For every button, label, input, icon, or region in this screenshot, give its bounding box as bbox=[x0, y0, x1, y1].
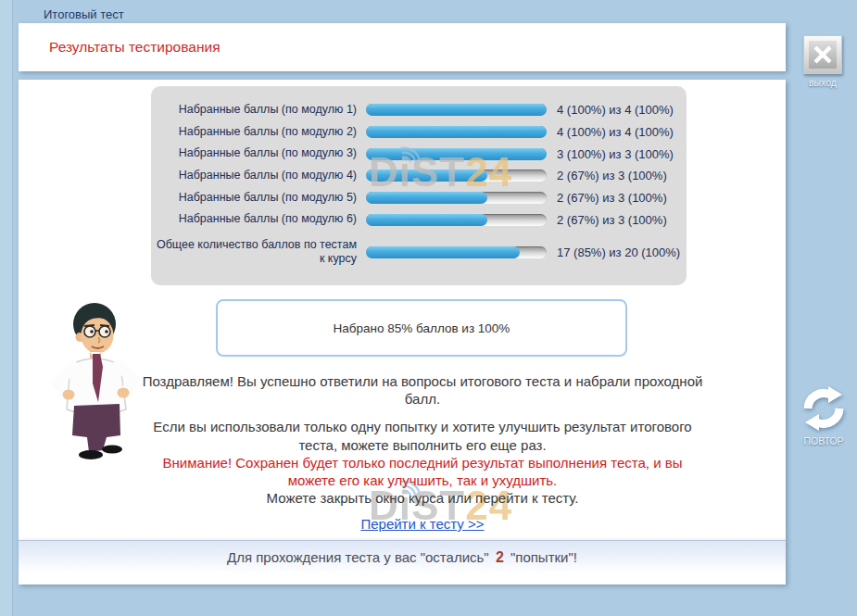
result-label: Набранные баллы (по модулю 4) bbox=[151, 169, 357, 183]
progress-bar bbox=[366, 170, 547, 182]
header-bar: Результаты тестирования bbox=[19, 23, 786, 71]
progress-bar-fill bbox=[366, 126, 547, 138]
results-rows: Набранные баллы (по модулю 1)4 (100%) из… bbox=[151, 86, 687, 269]
window-frame-edge bbox=[0, 0, 13, 616]
result-value: 2 (67%) из 3 (100%) bbox=[557, 191, 667, 205]
result-value: 2 (67%) из 3 (100%) bbox=[557, 213, 667, 227]
result-row: Набранные баллы (по модулю 2)4 (100%) из… bbox=[151, 121, 687, 144]
result-row: Набранные баллы (по модулю 3)3 (100%) из… bbox=[151, 143, 687, 165]
congrats-text: Поздравляем! Вы успешно ответили на вопр… bbox=[139, 372, 706, 408]
result-value: 4 (100%) из 4 (100%) bbox=[557, 125, 674, 139]
results-panel: Набранные баллы (по модулю 1)4 (100%) из… bbox=[151, 86, 687, 285]
close-icon[interactable] bbox=[809, 41, 837, 69]
progress-bar bbox=[366, 246, 547, 258]
attempts-text-before: Для прохождения теста у вас "остались" bbox=[227, 549, 489, 565]
result-row: Набранные баллы (по модулю 1)4 (100%) из… bbox=[151, 99, 687, 121]
score-summary-box: Набрано 85% баллов из 100% bbox=[216, 299, 627, 357]
attempts-count: 2 bbox=[496, 549, 504, 565]
progress-bar-fill bbox=[366, 246, 520, 258]
attempts-text-after: "попытки"! bbox=[510, 549, 577, 565]
window-title: Итоговый тест bbox=[44, 7, 124, 21]
result-row: Набранные баллы (по модулю 5)2 (67%) из … bbox=[151, 187, 687, 209]
result-label: Общее количество баллов по тестам к курс… bbox=[151, 238, 357, 267]
result-row: Набранные баллы (по модулю 4)2 (67%) из … bbox=[151, 165, 687, 187]
exit-button-frame[interactable] bbox=[803, 35, 842, 74]
result-value: 3 (100%) из 3 (100%) bbox=[557, 147, 674, 161]
result-row: Набранные баллы (по модулю 6)2 (67%) из … bbox=[151, 208, 687, 231]
progress-bar-fill bbox=[366, 148, 547, 160]
progress-bar-fill bbox=[366, 192, 487, 204]
result-value: 17 (85%) из 20 (100%) bbox=[557, 245, 680, 259]
retry-info-text: Если вы использовали только одну попытку… bbox=[139, 418, 706, 453]
exit-button[interactable]: выход bbox=[800, 35, 845, 88]
result-label: Набранные баллы (по модулю 1) bbox=[151, 103, 357, 118]
go-to-test-link[interactable]: Перейти к тесту >> bbox=[360, 516, 484, 532]
repeat-button-label: ПОВТОР bbox=[797, 435, 851, 446]
link-row: Перейти к тесту >> bbox=[139, 516, 706, 533]
result-label: Набранные баллы (по модулю 5) bbox=[151, 191, 357, 206]
score-summary-text: Набрано 85% баллов из 100% bbox=[334, 321, 510, 335]
progress-bar bbox=[366, 192, 547, 204]
closing-text: Можете закрыть окно курса или перейти к … bbox=[139, 489, 706, 507]
progress-bar-fill bbox=[366, 214, 487, 226]
progress-bar bbox=[366, 148, 547, 160]
result-value: 2 (67%) из 3 (100%) bbox=[557, 169, 667, 182]
result-row: Общее количество баллов по тестам к курс… bbox=[151, 235, 687, 269]
warning-text: Внимание! Сохранен будет только последни… bbox=[139, 454, 706, 489]
progress-bar-fill bbox=[366, 104, 547, 116]
repeat-button[interactable]: ПОВТОР bbox=[797, 384, 851, 446]
presenter-avatar bbox=[33, 296, 154, 468]
attempts-bar: Для прохождения теста у вас "остались" 2… bbox=[19, 540, 786, 585]
result-label: Набранные баллы (по модулю 3) bbox=[151, 146, 357, 161]
page-title: Результаты тестирования bbox=[49, 39, 221, 56]
result-label: Набранные баллы (по модулю 6) bbox=[151, 212, 357, 227]
progress-bar bbox=[366, 126, 547, 138]
result-value: 4 (100%) из 4 (100%) bbox=[557, 103, 674, 117]
result-message: Поздравляем! Вы успешно ответили на вопр… bbox=[139, 372, 706, 507]
progress-bar bbox=[366, 214, 547, 226]
progress-bar-fill bbox=[366, 170, 487, 182]
refresh-icon[interactable] bbox=[800, 384, 848, 433]
exit-button-label: выход bbox=[800, 77, 845, 88]
result-label: Набранные баллы (по модулю 2) bbox=[151, 125, 357, 140]
progress-bar bbox=[366, 104, 547, 116]
